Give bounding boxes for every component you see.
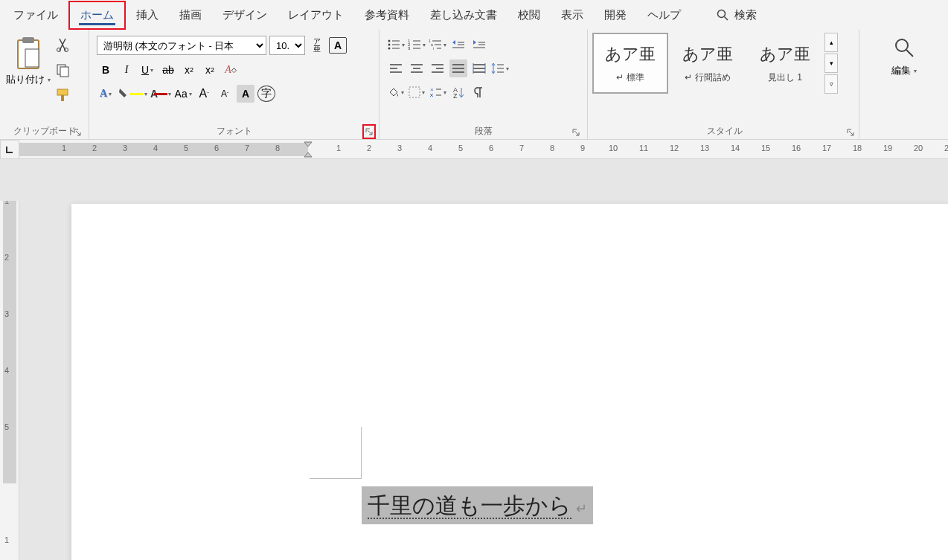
editing-button[interactable]: 編集▾ [881,33,927,82]
paint-bucket-icon [388,86,400,98]
clipboard-dialog-launcher[interactable] [72,127,83,138]
horizontal-ruler[interactable]: 8765432112345678910111213141516171819202… [19,140,948,159]
tab-view[interactable]: 表示 [551,2,594,28]
style-normal[interactable]: あア亜 ↵ 標準 [592,33,668,94]
paste-button[interactable]: 貼り付け▾ [4,33,52,89]
svg-point-13 [388,44,391,46]
phonetic-guide-button[interactable]: ア亜 [308,36,326,54]
font-dialog-launcher[interactable] [362,124,376,139]
decrease-indent-button[interactable] [449,36,467,54]
ruler-number: 1 [336,144,341,152]
font-name-select[interactable]: 游明朝 (本文のフォント - 日本 [97,36,266,55]
styles-scroll-up[interactable]: ▴ [824,33,838,52]
style-name: 見出し 1 [768,71,802,84]
svg-point-59 [896,39,908,51]
ruler-number: 9 [580,144,585,152]
strikethrough-button[interactable]: ab [159,61,177,79]
sort-button[interactable]: AZ [449,83,467,101]
cut-button[interactable] [55,37,70,52]
highlight-color-button[interactable]: ▾ [118,85,147,103]
style-name: ↵ 標準 [616,71,644,84]
shading-button[interactable]: ▾ [387,83,405,101]
borders-button[interactable]: ▾ [408,83,426,101]
tab-file[interactable]: ファイル [3,2,68,28]
style-no-spacing[interactable]: あア亜 ↵ 行間詰め [670,33,746,94]
pilcrow-icon [473,86,485,98]
paragraph-dialog-launcher[interactable] [571,127,581,138]
sort-icon: AZ [452,86,464,98]
asian-layout-button[interactable]: ×▾ [429,83,446,101]
font-size-select[interactable]: 10.5 [269,36,305,55]
tab-references[interactable]: 参考資料 [354,2,420,28]
show-marks-button[interactable] [470,83,488,101]
numbering-button[interactable]: 123▾ [408,36,426,54]
style-preview: あア亜 [605,43,656,65]
underline-button[interactable]: U▾ [138,61,156,79]
svg-rect-53 [409,87,420,97]
tab-home[interactable]: ホーム [68,1,126,30]
align-left-button[interactable] [387,59,405,77]
justify-button[interactable] [449,59,467,77]
ruler-number: 5 [4,422,9,431]
ruler-number: 4 [153,144,158,152]
italic-button[interactable]: I [118,61,135,79]
ruler-number: 14 [731,144,740,152]
format-painter-button[interactable] [55,88,70,103]
style-heading1[interactable]: あア亜 見出し 1 [747,33,823,94]
increase-indent-button[interactable] [470,36,488,54]
ruler-number: 15 [761,144,770,152]
svg-rect-9 [57,89,68,95]
indent-icon [473,39,486,51]
distribute-button[interactable] [470,59,488,77]
copy-button[interactable] [55,62,70,77]
superscript-button[interactable]: x2 [201,61,219,79]
bullets-icon [387,39,400,51]
tab-draw[interactable]: 描画 [169,2,212,28]
font-color-button[interactable]: A▾ [150,85,171,103]
grow-font-button[interactable]: Aˆ [195,85,213,103]
page[interactable]: 千里の道も一歩から↵ [71,204,948,560]
ruler-number: 5 [458,144,463,152]
document-selected-text[interactable]: 千里の道も一歩から↵ [362,486,593,524]
subscript-button[interactable]: x2 [180,61,198,79]
group-font: 游明朝 (本文のフォント - 日本 10.5 ア亜 A B I U▾ ab x2… [89,30,379,139]
tab-insert[interactable]: 挿入 [126,2,169,28]
bullets-button[interactable]: ▾ [387,36,405,54]
tab-design[interactable]: デザイン [212,2,278,28]
change-case-button[interactable]: Aa▾ [174,85,192,103]
paragraph-group-label: 段落 [475,125,493,138]
tab-help[interactable]: ヘルプ [637,2,691,28]
indent-marker[interactable] [304,141,313,158]
ruler-number: 11 [639,144,648,152]
shrink-font-button[interactable]: Aˇ [216,85,234,103]
styles-scroll-down[interactable]: ▾ [824,54,838,73]
clear-formatting-button[interactable]: A◇ [222,61,240,79]
numbering-icon: 123 [408,39,421,51]
bold-button[interactable]: B [97,61,115,79]
svg-text:Z: Z [453,92,458,98]
styles-expand[interactable]: ▿ [824,74,838,94]
tab-selector-icon[interactable] [5,145,14,154]
svg-rect-3 [22,37,34,43]
multilevel-list-button[interactable]: 1ai▾ [429,36,446,54]
enclose-characters-button[interactable]: 字 [257,86,275,102]
tab-layout[interactable]: レイアウト [278,2,354,28]
line-spacing-button[interactable]: ▾ [491,59,509,77]
svg-line-1 [725,17,728,21]
vertical-ruler[interactable]: 5432112 [0,201,19,560]
ruler-number: 6 [214,144,219,152]
character-shading-button[interactable]: A [237,85,254,103]
tab-mailings[interactable]: 差し込み文書 [420,2,507,28]
align-center-button[interactable] [408,59,426,77]
align-right-button[interactable] [429,59,446,77]
tab-search[interactable]: 検索 [706,2,767,28]
svg-line-60 [906,50,913,57]
tab-review[interactable]: 校閲 [507,2,551,28]
ruler-number: 21 [944,144,948,152]
text-effects-button[interactable]: A▾ [97,85,115,103]
tab-developer[interactable]: 開発 [594,2,637,28]
character-border-button[interactable]: A [329,37,347,54]
styles-dialog-launcher[interactable] [845,127,856,138]
ruler-number: 2 [4,253,9,262]
ruler-number: 20 [914,144,923,152]
